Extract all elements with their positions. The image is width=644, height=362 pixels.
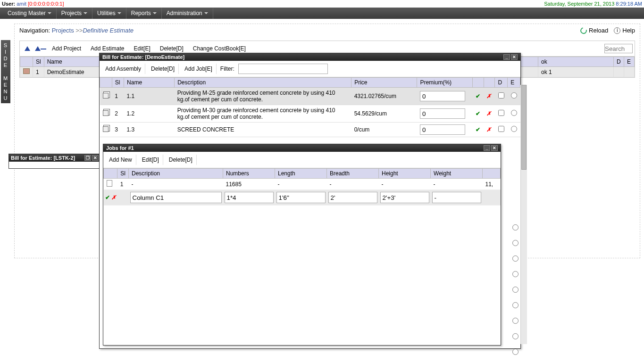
row-d-checkbox[interactable]: [498, 92, 504, 99]
jobs-edit-button[interactable]: Edit[D]: [138, 155, 163, 165]
caret-down-icon: [48, 12, 51, 14]
x-icon[interactable]: ✗: [486, 110, 491, 117]
delete-button[interactable]: Delete[D]: [156, 43, 187, 54]
caret-down-icon: [84, 12, 87, 14]
col-sl[interactable]: Sl: [112, 78, 124, 88]
vertical-scrollbar[interactable]: [520, 85, 527, 344]
col-d[interactable]: D: [614, 57, 624, 67]
row-e-radio[interactable]: [512, 318, 519, 324]
add-estimate-button[interactable]: Add Estimate: [87, 43, 128, 54]
x-icon[interactable]: ✗: [486, 126, 491, 133]
col-description[interactable]: Description: [175, 78, 351, 88]
row-e-radio[interactable]: [512, 349, 519, 355]
check-icon[interactable]: ✔: [476, 126, 480, 133]
job-weight-input[interactable]: [432, 192, 481, 203]
filter-input[interactable]: [238, 64, 328, 74]
jobs-delete-button[interactable]: Delete[D]: [165, 155, 197, 165]
col-sl[interactable]: Sl: [33, 57, 44, 67]
menu-projects[interactable]: Projects: [57, 8, 92, 19]
col-price[interactable]: Price: [351, 78, 417, 88]
job-desc-input[interactable]: [130, 192, 222, 203]
col-sl[interactable]: Sl: [117, 169, 129, 179]
row-e-radio[interactable]: [512, 302, 519, 308]
check-icon[interactable]: ✔: [105, 194, 110, 201]
copy-icon[interactable]: [103, 126, 109, 132]
side-menu-tab[interactable]: SIDEMENU: [1, 40, 10, 103]
col-book[interactable]: ok: [538, 57, 614, 67]
filter-label: Filter:: [218, 66, 236, 72]
row-e-radio[interactable]: [512, 271, 519, 277]
premium-input[interactable]: [420, 91, 465, 101]
row-e-radio[interactable]: [512, 224, 519, 230]
close-icon[interactable]: ✕: [491, 145, 498, 151]
bill-delete-button[interactable]: Delete[D]: [147, 64, 179, 74]
premium-input[interactable]: [420, 108, 465, 119]
minimize-icon[interactable]: _: [484, 145, 490, 151]
row-e-radio[interactable]: [511, 110, 517, 116]
menu-utilities[interactable]: Utilities: [92, 8, 126, 19]
job-height-input[interactable]: [380, 192, 429, 203]
reload-button[interactable]: Reload: [580, 27, 608, 34]
lstk2-mini-window[interactable]: Bill for Estimate: [LSTK-2] ❐ ✕: [8, 154, 101, 169]
row-e-radio[interactable]: [512, 287, 519, 293]
table-row[interactable]: 2 1.2 Providing M-30 grade reinforced ce…: [100, 105, 520, 123]
breadcrumb-projects-link[interactable]: Projects: [52, 27, 74, 34]
add-job-button[interactable]: Add Job[E]: [181, 64, 217, 74]
table-row[interactable]: 1 1.1 Providing M-25 grade reinforced ce…: [100, 88, 520, 105]
row-e-radio[interactable]: [512, 333, 519, 339]
restore-icon[interactable]: ❐: [84, 155, 91, 161]
check-icon[interactable]: ✔: [476, 93, 480, 99]
help-button[interactable]: iHelp: [614, 27, 635, 34]
jobs-add-new-button[interactable]: Add New: [105, 155, 136, 165]
row-e-radio[interactable]: [512, 255, 519, 262]
menu-reports[interactable]: Reports: [126, 8, 162, 19]
close-icon[interactable]: ✕: [92, 155, 99, 161]
jobs-grid: Sl Description Numbers Length Breadth He…: [103, 168, 501, 206]
minimize-icon[interactable]: _: [503, 54, 510, 60]
row-e-radio[interactable]: [512, 240, 519, 246]
col-height[interactable]: Height: [379, 169, 431, 179]
add-project-button[interactable]: Add Project: [48, 43, 85, 54]
job-numbers-input[interactable]: [225, 192, 274, 203]
add-assembly-button[interactable]: Add Assembly: [101, 64, 145, 74]
col-description[interactable]: Description: [129, 169, 223, 179]
col-premium[interactable]: Premium(%): [417, 78, 473, 88]
help-icon: i: [614, 27, 620, 34]
user-ip: 0:0:0:0:0:0:0:1: [29, 1, 62, 7]
col-length[interactable]: Length: [275, 169, 327, 179]
col-breadth[interactable]: Breadth: [327, 169, 379, 179]
close-icon[interactable]: ✕: [511, 54, 518, 60]
check-icon[interactable]: ✔: [476, 110, 480, 117]
menu-costing-master[interactable]: Costing Master: [3, 8, 57, 19]
table-row[interactable]: 1 - 11685 - - - - 11,: [104, 179, 501, 190]
col-name[interactable]: Name: [124, 78, 175, 88]
reload-icon: [579, 26, 588, 35]
row-e-radio[interactable]: [511, 126, 517, 132]
row-d-checkbox[interactable]: [498, 126, 504, 132]
copy-icon[interactable]: [103, 93, 109, 99]
search-input[interactable]: [604, 44, 633, 53]
user-date-bar: User: amit [0:0:0:0:0:0:0:1] Saturday, S…: [0, 0, 644, 8]
job-length-input[interactable]: [276, 192, 326, 203]
x-icon[interactable]: ✗: [486, 93, 491, 99]
job-breadth-input[interactable]: [328, 192, 377, 203]
change-costbook-button[interactable]: Change CostBook[E]: [189, 43, 250, 54]
col-numbers[interactable]: Numbers: [223, 169, 275, 179]
col-e[interactable]: E: [624, 57, 635, 67]
parent-up-button[interactable]: [35, 43, 46, 54]
col-d[interactable]: D: [495, 78, 508, 88]
caret-down-icon: [204, 12, 208, 14]
col-weight[interactable]: Weight: [431, 169, 483, 179]
caret-down-icon: [117, 12, 121, 14]
col-e[interactable]: E: [508, 78, 520, 88]
x-icon[interactable]: ✗: [111, 194, 116, 201]
breadcrumb-current[interactable]: Definitive Estimate: [83, 27, 134, 34]
menu-administration[interactable]: Administration: [162, 8, 213, 19]
copy-icon[interactable]: [103, 110, 109, 116]
table-row[interactable]: 3 1.3 SCREED CONCRETE 0/cum ✔ ✗: [100, 123, 520, 137]
row-e-radio[interactable]: [511, 92, 517, 99]
premium-input[interactable]: [420, 124, 465, 135]
home-up-button[interactable]: [22, 43, 33, 54]
edit-button[interactable]: Edit[E]: [130, 43, 154, 54]
row-d-checkbox[interactable]: [498, 110, 504, 116]
